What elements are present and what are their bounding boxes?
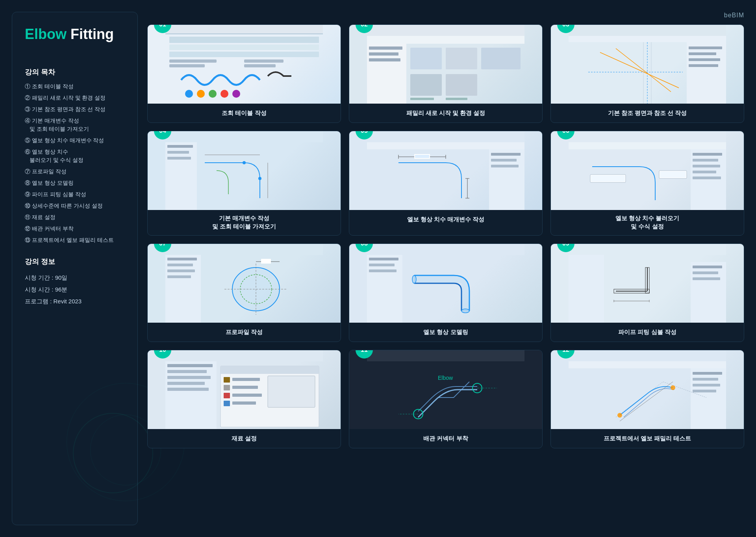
- svg-rect-10: [169, 59, 217, 63]
- svg-rect-128: [367, 350, 524, 361]
- title-highlight: Elbow: [25, 26, 67, 42]
- svg-rect-40: [165, 131, 323, 142]
- svg-text:Elbow: Elbow: [438, 375, 453, 381]
- svg-rect-66: [569, 142, 726, 149]
- card-thumbnail-11: Elbow: [349, 350, 542, 429]
- card-07[interactable]: 07: [147, 243, 341, 342]
- svg-rect-107: [693, 271, 718, 274]
- svg-point-5: [185, 90, 193, 98]
- toc-item-1: ① 조회 테이블 작성: [25, 82, 125, 91]
- info-text: 시청 기간 : 90일 시청 시간 : 96분 프로그램 : Revit 202…: [25, 272, 125, 307]
- main-content: beBIM 01: [147, 12, 744, 525]
- toc-item-2: ② 패밀리 새로 시작 및 환경 설정: [25, 94, 125, 102]
- svg-rect-93: [369, 258, 398, 260]
- svg-rect-72: [693, 153, 722, 156]
- card-thumbnail-06: [551, 131, 744, 210]
- card-row-3: 07: [147, 243, 744, 342]
- card-01[interactable]: 01: [147, 24, 341, 123]
- svg-rect-108: [693, 277, 720, 280]
- svg-point-6: [197, 90, 205, 98]
- svg-rect-27: [569, 25, 726, 36]
- card-10[interactable]: 10: [147, 350, 341, 448]
- bebim-logo: beBIM: [147, 12, 744, 19]
- svg-rect-15: [367, 36, 524, 44]
- svg-rect-73: [693, 159, 718, 162]
- svg-rect-48: [167, 145, 193, 148]
- card-thumbnail-10: [148, 350, 341, 429]
- card-label-05: 엘보 형상 치수 매개변수 작성: [349, 210, 542, 229]
- svg-rect-63: [491, 159, 517, 162]
- svg-rect-120: [232, 401, 256, 405]
- card-11[interactable]: 11 El: [349, 350, 543, 448]
- svg-rect-126: [167, 388, 209, 391]
- svg-rect-0: [165, 25, 323, 33]
- card-12[interactable]: 12: [550, 350, 744, 448]
- svg-rect-122: [167, 364, 213, 367]
- svg-rect-125: [167, 382, 205, 385]
- svg-rect-86: [167, 264, 193, 266]
- svg-point-7: [209, 90, 217, 98]
- svg-rect-144: [693, 384, 720, 386]
- toc-item-13: ⑬ 프로젝트에서 엘보 패밀리 테스트: [25, 236, 125, 244]
- svg-rect-39: [689, 64, 718, 67]
- svg-line-141: [620, 382, 673, 421]
- svg-rect-117: [224, 393, 230, 398]
- svg-rect-36: [689, 46, 722, 49]
- card-label-12: 프로젝트에서 엘보 패밀리 테스트: [551, 429, 744, 448]
- svg-rect-37: [689, 52, 716, 55]
- svg-rect-20: [410, 74, 442, 96]
- svg-rect-11: [169, 64, 205, 67]
- card-08[interactable]: 08: [349, 243, 543, 342]
- toc-list: ① 조회 테이블 작성 ② 패밀리 새로 시작 및 환경 설정 ③ 기본 참조 …: [25, 82, 125, 244]
- svg-point-139: [617, 413, 622, 418]
- svg-rect-50: [167, 157, 191, 160]
- toc-item-10: ⑩ 상세수준에 따른 가시성 설정: [25, 202, 125, 210]
- svg-rect-67: [691, 149, 726, 210]
- card-label-02: 패밀리 새로 시작 및 환경 설정: [349, 104, 542, 123]
- svg-rect-106: [693, 266, 722, 268]
- svg-rect-84: [261, 259, 271, 264]
- svg-rect-142: [693, 372, 722, 375]
- svg-rect-65: [569, 131, 726, 142]
- toc-item-9: ⑨ 파이프 피팅 심볼 작성: [25, 190, 125, 199]
- svg-rect-19: [481, 48, 521, 69]
- card-label-01: 조회 테이블 작성: [148, 104, 341, 123]
- svg-rect-115: [224, 385, 230, 390]
- card-label-06: 엘보 형상 치수 불러오기및 수식 설정: [551, 210, 744, 235]
- card-thumbnail-12: [551, 350, 744, 429]
- card-05[interactable]: 05: [349, 131, 543, 236]
- svg-rect-105: [691, 262, 726, 323]
- toc-item-4: ④ 기본 매개변수 작성 및 조회 테이블 가져오기: [25, 117, 125, 133]
- card-label-03: 기본 참조 평면과 참조 선 작성: [551, 104, 744, 123]
- svg-rect-97: [569, 255, 604, 323]
- card-label-08: 엘보 형상 모델링: [349, 323, 542, 342]
- svg-rect-28: [569, 36, 726, 42]
- card-label-04: 기본 매개변수 작성및 조회 테이블 가져오기: [148, 210, 341, 235]
- card-thumbnail-05: [349, 131, 542, 210]
- svg-rect-112: [220, 366, 319, 374]
- card-03[interactable]: 03: [550, 24, 744, 123]
- card-label-11: 배관 커넥터 부착: [349, 429, 542, 448]
- svg-rect-77: [165, 244, 323, 255]
- card-06[interactable]: 06: [550, 131, 744, 236]
- svg-rect-38: [689, 58, 720, 61]
- card-thumbnail-09: [551, 244, 744, 323]
- svg-rect-12: [244, 59, 284, 63]
- card-09[interactable]: 09: [550, 243, 744, 342]
- svg-rect-4: [169, 52, 319, 57]
- svg-rect-29: [687, 42, 726, 104]
- card-02[interactable]: 02: [349, 24, 543, 123]
- svg-rect-124: [167, 376, 211, 379]
- card-04[interactable]: 04: [147, 131, 341, 236]
- svg-rect-21: [446, 74, 477, 96]
- svg-point-47: [258, 177, 261, 180]
- toc-label: 강의 목차: [25, 67, 125, 77]
- svg-rect-53: [489, 149, 524, 210]
- toc-item-3: ③ 기본 참조 평면과 참조 선 작성: [25, 105, 125, 113]
- card-row-1: 01: [147, 24, 744, 123]
- svg-rect-52: [367, 142, 524, 149]
- toc-item-7: ⑦ 프로파일 작성: [25, 167, 125, 176]
- svg-rect-85: [167, 258, 197, 260]
- toc-item-11: ⑪ 재료 설정: [25, 213, 125, 221]
- svg-rect-26: [369, 58, 400, 61]
